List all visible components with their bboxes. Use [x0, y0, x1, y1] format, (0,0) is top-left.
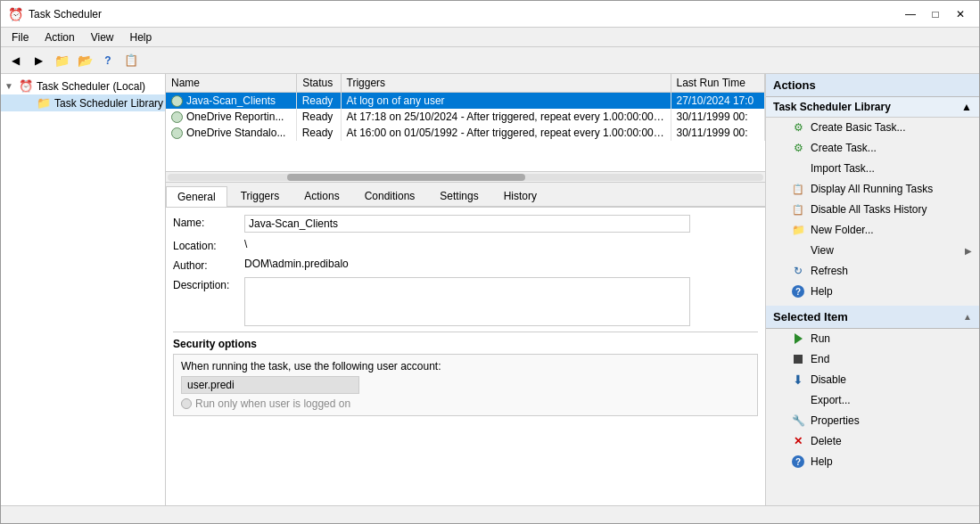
cell-triggers: At 16:00 on 01/05/1992 - After triggered… — [341, 125, 671, 141]
col-triggers[interactable]: Triggers — [341, 74, 671, 93]
toolbar-export[interactable]: 📋 — [120, 50, 142, 71]
toolbar-folder2[interactable]: 📂 — [74, 50, 95, 71]
user-account-input[interactable] — [181, 376, 359, 394]
action-label-display-running: Display All Running Tasks — [811, 183, 933, 195]
minimize-button[interactable]: — — [899, 5, 922, 23]
status-bar — [1, 505, 979, 523]
action-create-task[interactable]: ⚙ Create Task... — [766, 138, 979, 159]
action-label-help-sel: Help — [811, 455, 833, 468]
task-list-area[interactable]: Name Status Triggers Last Run Time Java-… — [166, 74, 765, 172]
menu-action[interactable]: Action — [37, 29, 81, 45]
form-row-author: Author: DOM\admin.predibalo — [173, 258, 758, 272]
action-view-wrap: View — [791, 243, 834, 258]
table-row[interactable]: Java-Scan_Clients Ready At log on of any… — [166, 93, 765, 110]
tab-settings[interactable]: Settings — [428, 185, 490, 206]
tree-item-local[interactable]: ▼ ⏰ Task Scheduler (Local) — [1, 78, 165, 94]
action-label-run: Run — [811, 332, 830, 345]
horizontal-scrollbar[interactable] — [166, 172, 765, 183]
action-run[interactable]: Run — [766, 329, 979, 349]
col-lastrun[interactable]: Last Run Time — [671, 74, 764, 93]
action-label-disable-history: Disable All Tasks History — [811, 203, 927, 216]
properties-icon: 🔧 — [791, 413, 805, 428]
tree-arrow-local: ▼ — [4, 81, 15, 91]
task-clock-icon — [171, 95, 183, 107]
toolbar-help[interactable]: ? — [97, 50, 119, 71]
cell-lastrun: 30/11/1999 00: — [671, 125, 764, 141]
action-create-basic-task[interactable]: ⚙ Create Basic Task... — [766, 118, 979, 138]
maximize-button[interactable]: □ — [924, 5, 947, 23]
security-box: When running the task, use the following… — [173, 354, 758, 416]
cell-lastrun: 30/11/1999 00: — [671, 109, 764, 125]
action-properties[interactable]: 🔧 Properties — [766, 411, 979, 431]
menu-file[interactable]: File — [4, 29, 36, 45]
value-location: \ — [244, 238, 758, 250]
security-section-header: Security options — [173, 332, 758, 350]
table-row[interactable]: OneDrive Standalo... Ready At 16:00 on 0… — [166, 125, 765, 141]
tab-actions[interactable]: Actions — [292, 185, 350, 206]
table-icon-1: 📋 — [791, 182, 805, 196]
table-row[interactable]: OneDrive Reportin... Ready At 17:18 on 2… — [166, 109, 765, 125]
form-row-name: Name: — [173, 215, 758, 233]
folder-icon: 📁 — [791, 223, 805, 237]
security-account-label: When running the task, use the following… — [181, 360, 750, 373]
center-panel: Name Status Triggers Last Run Time Java-… — [166, 74, 765, 505]
toolbar-folder1[interactable]: 📁 — [51, 50, 72, 71]
refresh-icon: ↻ — [791, 264, 805, 278]
action-label-delete: Delete — [811, 435, 842, 447]
cell-name: OneDrive Standalo... — [166, 125, 297, 141]
task-table: Name Status Triggers Last Run Time Java-… — [166, 74, 765, 141]
col-name[interactable]: Name — [166, 74, 297, 93]
action-import-task[interactable]: Import Task... — [766, 159, 979, 179]
action-help-sel[interactable]: ? Help — [766, 452, 979, 472]
cell-status: Ready — [297, 109, 341, 125]
title-bar: ⏰ Task Scheduler — □ ✕ — [1, 1, 979, 28]
action-disable[interactable]: ⬇ Disable — [766, 370, 979, 390]
action-end[interactable]: End — [766, 349, 979, 370]
help-icon-sel: ? — [791, 454, 805, 469]
actions-panel: Actions Task Scheduler Library ▲ ⚙ Creat… — [765, 74, 979, 505]
action-new-folder[interactable]: 📁 New Folder... — [766, 220, 979, 241]
close-button[interactable]: ✕ — [949, 5, 972, 23]
end-icon — [791, 352, 805, 366]
actions-header-label: Actions — [773, 78, 816, 92]
tab-bar: General Triggers Actions Conditions Sett… — [166, 183, 765, 207]
title-bar-controls: — □ ✕ — [899, 5, 972, 23]
action-display-running[interactable]: 📋 Display All Running Tasks — [766, 179, 979, 200]
menu-view[interactable]: View — [84, 29, 121, 45]
table-header-row: Name Status Triggers Last Run Time — [166, 74, 765, 93]
toolbar-back[interactable]: ◀ — [4, 50, 26, 71]
action-help-main[interactable]: ? Help — [766, 282, 979, 302]
col-status[interactable]: Status — [297, 74, 341, 93]
delete-icon: ✕ — [791, 434, 805, 448]
actions-library-arrow: ▲ — [961, 101, 972, 113]
selected-item-label: Selected Item — [773, 310, 848, 323]
tab-conditions[interactable]: Conditions — [353, 185, 427, 206]
tree-label-library: Task Scheduler Library — [54, 97, 163, 110]
gear-icon-1: ⚙ — [791, 120, 805, 135]
action-delete[interactable]: ✕ Delete — [766, 431, 979, 452]
radio-logon-label: Run only when user is logged on — [195, 397, 350, 410]
tab-triggers[interactable]: Triggers — [229, 185, 292, 206]
label-author: Author: — [173, 258, 244, 272]
action-label-create-task: Create Task... — [811, 142, 877, 154]
detail-panel: General Triggers Actions Conditions Sett… — [166, 183, 765, 505]
tab-history[interactable]: History — [492, 185, 548, 206]
menu-help[interactable]: Help — [123, 29, 160, 45]
form-row-description: Description: — [173, 277, 758, 326]
action-refresh[interactable]: ↻ Refresh — [766, 261, 979, 282]
menu-bar: File Action View Help — [1, 28, 979, 47]
cell-lastrun: 27/10/2024 17:0 — [671, 93, 764, 110]
title-bar-left: ⏰ Task Scheduler — [8, 7, 102, 21]
value-author: DOM\admin.predibalo — [244, 258, 758, 270]
textarea-description[interactable] — [244, 277, 690, 326]
input-name[interactable] — [244, 215, 690, 233]
toolbar-forward[interactable]: ▶ — [28, 50, 49, 71]
action-label-properties: Properties — [811, 414, 860, 427]
action-export[interactable]: Export... — [766, 390, 979, 411]
radio-logon-btn[interactable] — [181, 398, 192, 409]
tab-general[interactable]: General — [166, 186, 227, 207]
action-disable-history[interactable]: 📋 Disable All Tasks History — [766, 200, 979, 220]
actions-header: Actions — [766, 74, 979, 97]
tree-item-library[interactable]: ▶ 📁 Task Scheduler Library — [1, 94, 165, 111]
action-view[interactable]: View ▶ — [766, 241, 979, 261]
